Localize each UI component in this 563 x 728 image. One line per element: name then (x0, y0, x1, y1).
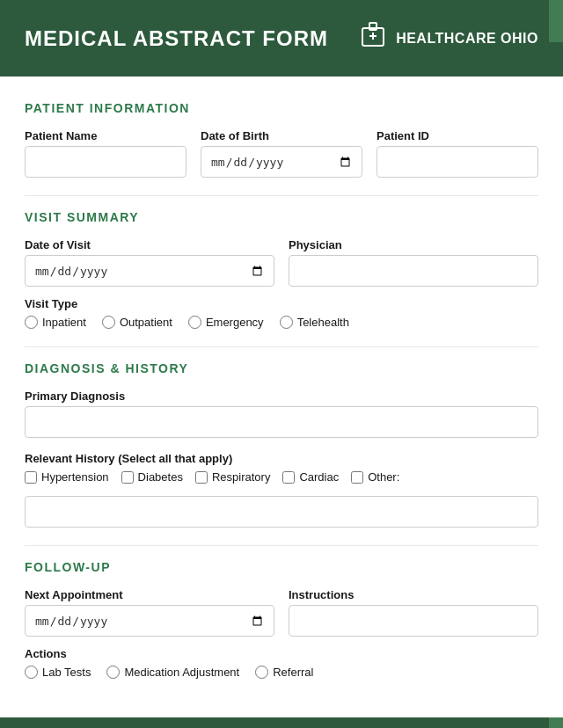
followup-row: Next Appointment Instructions (25, 588, 538, 637)
radio-medication-adjustment[interactable]: Medication Adjustment (106, 666, 239, 679)
form-title: MEDICAL ABSTRACT FORM (25, 26, 328, 51)
checkbox-other-label: Other: (368, 470, 399, 484)
followup-title: FOLLOW-UP (25, 560, 538, 574)
header-accent (549, 0, 563, 42)
next-appointment-input[interactable] (25, 605, 274, 637)
checkbox-hypertension[interactable]: Hypertension (25, 470, 109, 484)
header: MEDICAL ABSTRACT FORM HEALTHCARE OHIO (0, 0, 563, 76)
physician-label: Physician (289, 238, 538, 251)
visit-date-physician-row: Date of Visit Physician (25, 238, 538, 287)
instructions-input[interactable] (289, 605, 538, 637)
org-name: HEALTHCARE OHIO (396, 31, 538, 47)
hospital-icon (359, 21, 387, 55)
physician-group: Physician (289, 238, 538, 287)
checkbox-respiratory-input[interactable] (195, 471, 208, 484)
patient-name-label: Patient Name (25, 129, 186, 142)
divider-1 (25, 195, 538, 196)
primary-diagnosis-group: Primary Diagnosis (25, 389, 538, 438)
date-of-visit-group: Date of Visit (25, 238, 274, 287)
next-appointment-group: Next Appointment (25, 588, 274, 637)
radio-telehealth[interactable]: Telehealth (280, 316, 349, 329)
actions-label: Actions (25, 647, 538, 660)
form-body: PATIENT INFORMATION Patient Name Date of… (0, 76, 563, 717)
actions-group: Actions Lab Tests Medication Adjustment (25, 647, 538, 679)
relevant-history-label: Relevant History (Select all that apply) (25, 452, 538, 465)
checkbox-respiratory[interactable]: Respiratory (195, 470, 270, 484)
checkbox-cardiac-label: Cardiac (299, 470, 339, 484)
patient-name-group: Patient Name (25, 129, 186, 178)
checkbox-cardiac-input[interactable] (282, 471, 295, 484)
checkbox-respiratory-label: Respiratory (212, 470, 270, 484)
physician-input[interactable] (289, 255, 538, 287)
radio-outpatient[interactable]: Outpatient (102, 316, 172, 329)
next-appointment-label: Next Appointment (25, 588, 274, 601)
checkbox-diabetes-label: Diabetes (138, 470, 183, 484)
diagnosis-title: DIAGNOSIS & HISTORY (25, 361, 538, 375)
checkbox-other[interactable]: Other: (351, 470, 399, 484)
radio-outpatient-label: Outpatient (120, 316, 172, 329)
patient-info-row: Patient Name Date of Birth Patient ID (25, 129, 538, 178)
radio-lab-tests-input[interactable] (25, 666, 38, 679)
instructions-group: Instructions (289, 588, 538, 637)
radio-medication-adjustment-label: Medication Adjustment (124, 666, 239, 679)
patient-info-section: PATIENT INFORMATION Patient Name Date of… (25, 101, 538, 178)
radio-lab-tests[interactable]: Lab Tests (25, 666, 91, 679)
followup-section: FOLLOW-UP Next Appointment Instructions … (25, 560, 538, 679)
radio-referral-label: Referral (273, 666, 313, 679)
history-checkboxes: Hypertension Diabetes Respiratory C (25, 470, 538, 528)
checkbox-other-input[interactable] (351, 471, 363, 484)
footer-accent-right (549, 717, 563, 728)
radio-outpatient-input[interactable] (102, 316, 115, 329)
radio-emergency-label: Emergency (206, 316, 264, 329)
radio-medication-adjustment-input[interactable] (106, 666, 120, 679)
relevant-history-group: Relevant History (Select all that apply)… (25, 452, 538, 528)
visit-summary-title: VISIT SUMMARY (25, 210, 538, 224)
logo-area: HEALTHCARE OHIO (359, 21, 538, 55)
radio-emergency[interactable]: Emergency (188, 316, 264, 329)
patient-name-input[interactable] (25, 146, 186, 178)
instructions-label: Instructions (289, 588, 538, 601)
visit-summary-section: VISIT SUMMARY Date of Visit Physician Vi… (25, 210, 538, 329)
radio-emergency-input[interactable] (188, 316, 201, 329)
date-of-visit-label: Date of Visit (25, 238, 274, 251)
checkbox-diabetes-input[interactable] (121, 471, 134, 484)
radio-referral-input[interactable] (255, 666, 268, 679)
divider-2 (25, 346, 538, 347)
patient-id-group: Patient ID (377, 129, 538, 178)
radio-inpatient-label: Inpatient (42, 316, 86, 329)
checkbox-cardiac[interactable]: Cardiac (282, 470, 339, 484)
primary-diagnosis-input[interactable] (25, 406, 538, 438)
radio-lab-tests-label: Lab Tests (42, 666, 91, 679)
radio-referral[interactable]: Referral (255, 666, 313, 679)
patient-id-label: Patient ID (377, 129, 538, 142)
actions-radio-group: Lab Tests Medication Adjustment Referral (25, 666, 538, 679)
checkbox-hypertension-label: Hypertension (41, 470, 109, 484)
visit-type-label: Visit Type (25, 297, 538, 310)
radio-inpatient[interactable]: Inpatient (25, 316, 86, 329)
date-of-birth-group: Date of Birth (201, 129, 362, 178)
radio-telehealth-input[interactable] (280, 316, 293, 329)
patient-info-title: PATIENT INFORMATION (25, 101, 538, 115)
radio-inpatient-input[interactable] (25, 316, 38, 329)
footer (0, 717, 563, 728)
checkbox-diabetes[interactable]: Diabetes (121, 470, 183, 484)
diagnosis-section: DIAGNOSIS & HISTORY Primary Diagnosis Re… (25, 361, 538, 528)
patient-id-input[interactable] (377, 146, 538, 178)
date-of-birth-label: Date of Birth (201, 129, 362, 142)
date-of-visit-input[interactable] (25, 255, 274, 287)
radio-telehealth-label: Telehealth (297, 316, 349, 329)
date-of-birth-input[interactable] (201, 146, 362, 178)
checkbox-hypertension-input[interactable] (25, 471, 37, 484)
divider-3 (25, 545, 538, 546)
visit-type-radio-group: Inpatient Outpatient Emergency Tele (25, 316, 538, 329)
primary-diagnosis-label: Primary Diagnosis (25, 389, 538, 403)
other-text-input[interactable] (25, 496, 538, 528)
visit-type-group: Visit Type Inpatient Outpatient Emerg (25, 297, 538, 329)
